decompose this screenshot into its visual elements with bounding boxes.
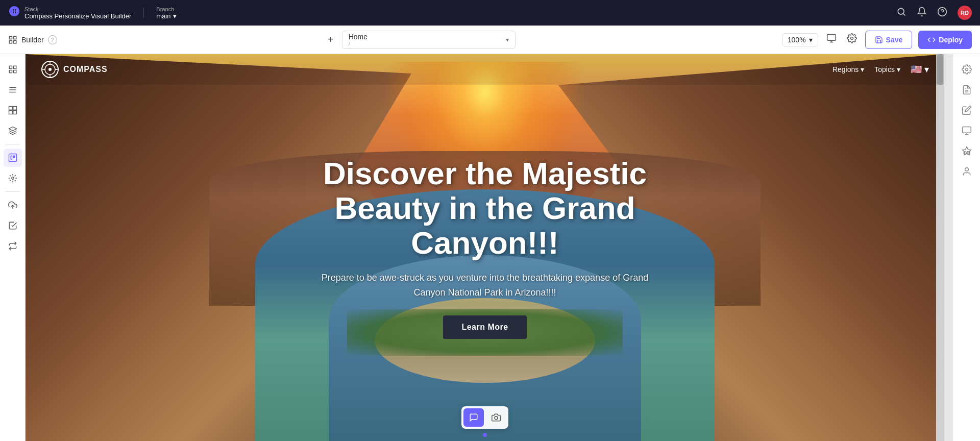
page-dot-1: [483, 433, 487, 437]
top-navigation-bar: Stack Compass Personalize Visual Builder…: [0, 0, 980, 26]
svg-rect-23: [13, 156, 14, 158]
svg-point-30: [965, 68, 968, 71]
sidebar-components-icon[interactable]: [4, 101, 22, 119]
brand-info: Stack Compass Personalize Visual Builder: [24, 6, 131, 20]
svg-point-0: [13, 10, 16, 13]
left-sidebar: [0, 54, 26, 441]
svg-rect-7: [827, 35, 836, 41]
svg-point-24: [11, 177, 14, 180]
page-indicator-dots: [483, 433, 487, 437]
app-logo[interactable]: Stack Compass Personalize Visual Builder: [8, 5, 131, 20]
site-nav-right: Regions ▾ Topics ▾ 🇺🇸 ▾: [832, 64, 929, 75]
builder-label: Builder: [21, 36, 44, 44]
branch-value: main ▾: [156, 12, 176, 20]
branch-chevron: ▾: [173, 12, 177, 20]
canvas-bottom-toolbar: [461, 406, 508, 429]
branch-label: Branch: [156, 6, 176, 12]
sidebar-connections-icon[interactable]: [4, 237, 22, 255]
svg-point-8: [850, 37, 853, 40]
builder-toolbar: Builder ? + Home / ▾ 100% ▾: [0, 26, 980, 54]
svg-rect-16: [9, 107, 12, 110]
svg-rect-6: [14, 40, 16, 43]
right-user-icon[interactable]: [958, 162, 976, 181]
builder-left: Builder ?: [8, 35, 57, 44]
page-name: Home: [349, 33, 368, 41]
site-logo-text: COMPASS: [63, 65, 108, 74]
logo-icon: [8, 5, 20, 20]
deploy-label: Deploy: [939, 36, 963, 44]
nav-flag[interactable]: 🇺🇸 ▾: [911, 64, 929, 75]
svg-rect-18: [9, 111, 12, 114]
sidebar-layout-icon[interactable]: [4, 81, 22, 99]
builder-right: 100% ▾ Save Deploy: [782, 31, 972, 49]
sidebar-pages-icon[interactable]: [4, 60, 22, 79]
user-avatar[interactable]: RD: [958, 6, 972, 20]
right-content-icon[interactable]: [958, 81, 976, 99]
svg-point-29: [495, 416, 498, 420]
deploy-button[interactable]: Deploy: [918, 31, 972, 49]
builder-center: + Home / ▾: [324, 31, 516, 49]
comment-tool-button[interactable]: [463, 408, 484, 427]
sidebar-upload-icon[interactable]: [4, 196, 22, 214]
sidebar-divider-2: [6, 191, 20, 192]
search-icon[interactable]: [896, 7, 906, 19]
svg-rect-17: [13, 107, 16, 110]
branch-selector[interactable]: Branch main ▾: [156, 6, 176, 20]
nav-regions[interactable]: Regions ▾: [832, 65, 864, 74]
preview-scrollbar[interactable]: [936, 54, 944, 441]
svg-rect-4: [14, 36, 16, 39]
help-icon[interactable]: [937, 7, 947, 19]
svg-point-28: [48, 68, 52, 71]
page-path: /: [349, 41, 368, 47]
svg-rect-21: [9, 154, 16, 162]
page-info: Home /: [349, 33, 368, 47]
compass-logo-icon: [41, 60, 59, 79]
right-shapes-icon[interactable]: [958, 142, 976, 160]
page-settings-icon[interactable]: [845, 31, 859, 48]
save-button[interactable]: Save: [865, 31, 913, 49]
page-preview: COMPASS Regions ▾ Topics ▾ 🇺🇸 ▾: [26, 54, 944, 441]
svg-rect-12: [13, 70, 16, 73]
builder-help-icon[interactable]: ?: [48, 35, 57, 44]
hero-title: Discover the Majestic Beauty in the Gran…: [316, 156, 653, 261]
svg-rect-10: [13, 66, 16, 68]
svg-rect-22: [11, 156, 12, 159]
page-dropdown-chevron: ▾: [506, 36, 509, 43]
svg-rect-9: [9, 66, 12, 68]
site-logo[interactable]: COMPASS: [41, 60, 108, 79]
zoom-value: 100%: [788, 36, 806, 44]
svg-rect-11: [9, 70, 12, 73]
hero-content: Discover the Majestic Beauty in the Gran…: [306, 146, 664, 349]
canvas-area: COMPASS Regions ▾ Topics ▾ 🇺🇸 ▾: [26, 54, 952, 441]
right-edit-icon[interactable]: [958, 101, 976, 119]
page-dropdown[interactable]: Home / ▾: [342, 31, 516, 49]
stack-label: Stack: [24, 6, 131, 12]
save-label: Save: [886, 36, 903, 44]
top-bar-left: Stack Compass Personalize Visual Builder…: [8, 5, 177, 20]
svg-marker-20: [9, 127, 16, 131]
svg-point-37: [965, 168, 968, 172]
svg-point-1: [898, 8, 904, 14]
svg-rect-3: [9, 36, 12, 39]
sidebar-selected-component-icon[interactable]: [4, 149, 22, 167]
svg-rect-33: [962, 127, 971, 133]
svg-rect-19: [13, 111, 16, 114]
right-responsive-icon[interactable]: [958, 121, 976, 140]
hero-cta-button[interactable]: Learn More: [443, 315, 526, 339]
device-preview-icon[interactable]: [824, 31, 839, 48]
nav-topics[interactable]: Topics ▾: [874, 65, 900, 74]
screenshot-tool-button[interactable]: [486, 408, 506, 427]
hero-section: COMPASS Regions ▾ Topics ▾ 🇺🇸 ▾: [26, 54, 944, 441]
zoom-control[interactable]: 100% ▾: [782, 33, 818, 46]
sidebar-checklist-icon[interactable]: [4, 216, 22, 235]
notifications-icon[interactable]: [917, 7, 927, 19]
main-area: COMPASS Regions ▾ Topics ▾ 🇺🇸 ▾: [0, 54, 980, 441]
sidebar-layers-icon[interactable]: [4, 121, 22, 140]
sidebar-widgets-icon[interactable]: [4, 169, 22, 187]
divider: [143, 8, 144, 18]
app-name: Compass Personalize Visual Builder: [24, 12, 131, 20]
add-page-button[interactable]: +: [324, 33, 338, 47]
zoom-chevron: ▾: [809, 36, 813, 44]
right-sidebar: [952, 54, 980, 441]
right-properties-icon[interactable]: [958, 60, 976, 79]
